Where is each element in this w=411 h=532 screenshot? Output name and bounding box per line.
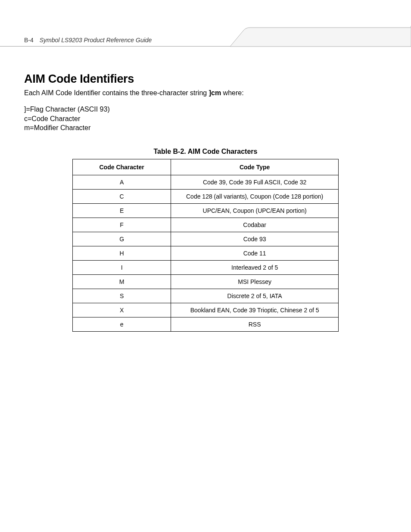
definition-line: ]=Flag Character (ASCII 93) (24, 105, 387, 114)
definitions-block: ]=Flag Character (ASCII 93) c=Code Chara… (24, 105, 387, 133)
table-row: I Interleaved 2 of 5 (73, 260, 339, 274)
tab-decoration (230, 26, 411, 47)
table-header-row: Code Character Code Type (73, 159, 339, 175)
cell-char: X (73, 303, 171, 317)
cell-type: MSI Plessey (171, 274, 339, 289)
table-header-char: Code Character (73, 159, 171, 175)
cell-char: G (73, 232, 171, 246)
cell-type: UPC/EAN, Coupon (UPC/EAN portion) (171, 203, 339, 218)
intro-bold: ]cm (209, 89, 221, 96)
table-row: A Code 39, Code 39 Full ASCII, Code 32 (73, 175, 339, 189)
table-header-type: Code Type (171, 159, 339, 175)
cell-char: E (73, 203, 171, 218)
table-caption: Table B-2. AIM Code Characters (24, 148, 387, 156)
header-text: B-4 Symbol LS9203 Product Reference Guid… (24, 37, 152, 44)
table-row: X Bookland EAN, Code 39 Trioptic, Chines… (73, 303, 339, 317)
cell-char: S (73, 289, 171, 303)
aim-code-table: Code Character Code Type A Code 39, Code… (72, 159, 339, 332)
cell-char: I (73, 260, 171, 274)
cell-char: C (73, 189, 171, 203)
intro-suffix: where: (221, 89, 243, 96)
cell-type: Discrete 2 of 5, IATA (171, 289, 339, 303)
table-row: E UPC/EAN, Coupon (UPC/EAN portion) (73, 203, 339, 218)
definition-line: c=Code Character (24, 114, 387, 124)
cell-type: Code 11 (171, 246, 339, 260)
cell-char: F (73, 218, 171, 232)
intro-paragraph: Each AIM Code Identifier contains the th… (24, 89, 387, 97)
cell-type: RSS (171, 317, 339, 331)
table-row: S Discrete 2 of 5, IATA (73, 289, 339, 303)
definition-line: m=Modifier Character (24, 123, 387, 133)
cell-type: Code 39, Code 39 Full ASCII, Code 32 (171, 175, 339, 189)
cell-char: e (73, 317, 171, 331)
table-row: G Code 93 (73, 232, 339, 246)
cell-type: Code 128 (all variants), Coupon (Code 12… (171, 189, 339, 203)
page-number: B-4 (24, 37, 34, 44)
page-header: B-4 Symbol LS9203 Product Reference Guid… (0, 0, 411, 47)
cell-char: A (73, 175, 171, 189)
doc-title: Symbol LS9203 Product Reference Guide (40, 37, 152, 44)
cell-type: Codabar (171, 218, 339, 232)
cell-char: M (73, 274, 171, 289)
table-row: H Code 11 (73, 246, 339, 260)
table-row: F Codabar (73, 218, 339, 232)
cell-type: Bookland EAN, Code 39 Trioptic, Chinese … (171, 303, 339, 317)
cell-type: Code 93 (171, 232, 339, 246)
cell-type: Interleaved 2 of 5 (171, 260, 339, 274)
cell-char: H (73, 246, 171, 260)
table-row: e RSS (73, 317, 339, 331)
section-heading: AIM Code Identifiers (24, 72, 387, 86)
table-row: C Code 128 (all variants), Coupon (Code … (73, 189, 339, 203)
table-row: M MSI Plessey (73, 274, 339, 289)
intro-prefix: Each AIM Code Identifier contains the th… (24, 89, 209, 96)
